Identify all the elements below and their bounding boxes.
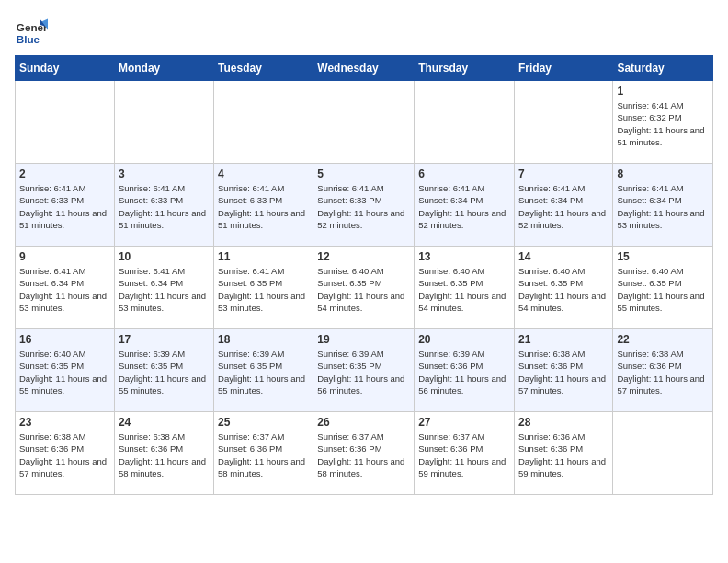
- column-header-saturday: Saturday: [613, 56, 713, 81]
- day-info: Sunrise: 6:40 AM Sunset: 6:35 PM Dayligh…: [418, 265, 510, 314]
- calendar-cell: 3Sunrise: 6:41 AM Sunset: 6:33 PM Daylig…: [114, 164, 213, 247]
- day-number: 26: [317, 416, 410, 429]
- calendar-cell: 7Sunrise: 6:41 AM Sunset: 6:34 PM Daylig…: [514, 164, 612, 247]
- day-info: Sunrise: 6:38 AM Sunset: 6:36 PM Dayligh…: [19, 431, 110, 479]
- day-info: Sunrise: 6:41 AM Sunset: 6:35 PM Dayligh…: [218, 265, 309, 314]
- calendar-cell: [613, 412, 713, 495]
- day-info: Sunrise: 6:41 AM Sunset: 6:33 PM Dayligh…: [218, 182, 309, 231]
- calendar-cell: 20Sunrise: 6:39 AM Sunset: 6:36 PM Dayli…: [415, 329, 515, 412]
- day-number: 14: [518, 250, 609, 263]
- day-info: Sunrise: 6:41 AM Sunset: 6:34 PM Dayligh…: [518, 182, 609, 231]
- column-header-friday: Friday: [514, 56, 612, 81]
- calendar-cell: 9Sunrise: 6:41 AM Sunset: 6:34 PM Daylig…: [16, 247, 115, 329]
- calendar-cell: 12Sunrise: 6:40 AM Sunset: 6:35 PM Dayli…: [313, 247, 415, 329]
- calendar-cell: [114, 81, 213, 164]
- calendar-table: SundayMondayTuesdayWednesdayThursdayFrid…: [15, 55, 713, 495]
- day-info: Sunrise: 6:40 AM Sunset: 6:35 PM Dayligh…: [518, 265, 609, 314]
- day-number: 9: [19, 250, 110, 263]
- calendar-cell: 25Sunrise: 6:37 AM Sunset: 6:36 PM Dayli…: [214, 412, 313, 495]
- day-info: Sunrise: 6:36 AM Sunset: 6:36 PM Dayligh…: [518, 431, 609, 479]
- calendar-cell: 8Sunrise: 6:41 AM Sunset: 6:34 PM Daylig…: [613, 164, 713, 247]
- calendar-cell: 13Sunrise: 6:40 AM Sunset: 6:35 PM Dayli…: [415, 247, 515, 329]
- day-info: Sunrise: 6:38 AM Sunset: 6:36 PM Dayligh…: [518, 348, 609, 396]
- day-number: 15: [617, 250, 709, 263]
- calendar-cell: 6Sunrise: 6:41 AM Sunset: 6:34 PM Daylig…: [415, 164, 515, 247]
- day-number: 4: [218, 167, 309, 180]
- day-info: Sunrise: 6:38 AM Sunset: 6:36 PM Dayligh…: [119, 431, 210, 479]
- day-number: 18: [218, 333, 309, 346]
- day-info: Sunrise: 6:41 AM Sunset: 6:34 PM Dayligh…: [418, 182, 510, 231]
- day-number: 7: [518, 167, 609, 180]
- calendar-week-3: 9Sunrise: 6:41 AM Sunset: 6:34 PM Daylig…: [16, 247, 713, 329]
- column-header-wednesday: Wednesday: [313, 56, 415, 81]
- logo: General Blue: [15, 15, 51, 48]
- day-number: 21: [518, 333, 609, 346]
- calendar-cell: 18Sunrise: 6:39 AM Sunset: 6:35 PM Dayli…: [214, 329, 313, 412]
- calendar-cell: 24Sunrise: 6:38 AM Sunset: 6:36 PM Dayli…: [114, 412, 213, 495]
- day-info: Sunrise: 6:40 AM Sunset: 6:35 PM Dayligh…: [617, 265, 709, 314]
- day-number: 19: [317, 333, 410, 346]
- day-info: Sunrise: 6:39 AM Sunset: 6:36 PM Dayligh…: [418, 348, 510, 396]
- day-number: 5: [317, 167, 410, 180]
- svg-text:Blue: Blue: [17, 33, 40, 45]
- calendar-week-5: 23Sunrise: 6:38 AM Sunset: 6:36 PM Dayli…: [16, 412, 713, 495]
- calendar-cell: [514, 81, 612, 164]
- day-info: Sunrise: 6:38 AM Sunset: 6:36 PM Dayligh…: [617, 348, 709, 396]
- calendar-cell: 4Sunrise: 6:41 AM Sunset: 6:33 PM Daylig…: [214, 164, 313, 247]
- calendar-cell: 15Sunrise: 6:40 AM Sunset: 6:35 PM Dayli…: [613, 247, 713, 329]
- calendar-cell: 23Sunrise: 6:38 AM Sunset: 6:36 PM Dayli…: [16, 412, 115, 495]
- day-info: Sunrise: 6:40 AM Sunset: 6:35 PM Dayligh…: [19, 348, 110, 396]
- calendar-cell: 14Sunrise: 6:40 AM Sunset: 6:35 PM Dayli…: [514, 247, 612, 329]
- day-info: Sunrise: 6:39 AM Sunset: 6:35 PM Dayligh…: [119, 348, 210, 396]
- column-header-thursday: Thursday: [415, 56, 515, 81]
- calendar-header-row: SundayMondayTuesdayWednesdayThursdayFrid…: [16, 56, 713, 81]
- day-number: 17: [119, 333, 210, 346]
- calendar-cell: 16Sunrise: 6:40 AM Sunset: 6:35 PM Dayli…: [16, 329, 115, 412]
- day-info: Sunrise: 6:37 AM Sunset: 6:36 PM Dayligh…: [418, 431, 510, 479]
- logo-icon: General Blue: [15, 15, 48, 48]
- calendar-cell: 10Sunrise: 6:41 AM Sunset: 6:34 PM Dayli…: [114, 247, 213, 329]
- calendar-cell: 28Sunrise: 6:36 AM Sunset: 6:36 PM Dayli…: [514, 412, 612, 495]
- column-header-tuesday: Tuesday: [214, 56, 313, 81]
- day-number: 10: [119, 250, 210, 263]
- day-number: 28: [518, 416, 609, 429]
- calendar-cell: [16, 81, 115, 164]
- calendar-cell: 17Sunrise: 6:39 AM Sunset: 6:35 PM Dayli…: [114, 329, 213, 412]
- calendar-cell: 19Sunrise: 6:39 AM Sunset: 6:35 PM Dayli…: [313, 329, 415, 412]
- day-number: 23: [19, 416, 110, 429]
- calendar-week-1: 1Sunrise: 6:41 AM Sunset: 6:32 PM Daylig…: [16, 81, 713, 164]
- calendar-week-2: 2Sunrise: 6:41 AM Sunset: 6:33 PM Daylig…: [16, 164, 713, 247]
- day-info: Sunrise: 6:41 AM Sunset: 6:33 PM Dayligh…: [317, 182, 410, 231]
- day-number: 16: [19, 333, 110, 346]
- day-number: 13: [418, 250, 510, 263]
- calendar-cell: 1Sunrise: 6:41 AM Sunset: 6:32 PM Daylig…: [613, 81, 713, 164]
- calendar-week-4: 16Sunrise: 6:40 AM Sunset: 6:35 PM Dayli…: [16, 329, 713, 412]
- calendar-cell: [214, 81, 313, 164]
- day-info: Sunrise: 6:41 AM Sunset: 6:32 PM Dayligh…: [617, 99, 709, 148]
- day-info: Sunrise: 6:40 AM Sunset: 6:35 PM Dayligh…: [317, 265, 410, 314]
- day-number: 20: [418, 333, 510, 346]
- calendar-cell: 2Sunrise: 6:41 AM Sunset: 6:33 PM Daylig…: [16, 164, 115, 247]
- calendar-cell: [313, 81, 415, 164]
- calendar-cell: 11Sunrise: 6:41 AM Sunset: 6:35 PM Dayli…: [214, 247, 313, 329]
- calendar-cell: 21Sunrise: 6:38 AM Sunset: 6:36 PM Dayli…: [514, 329, 612, 412]
- calendar-cell: 26Sunrise: 6:37 AM Sunset: 6:36 PM Dayli…: [313, 412, 415, 495]
- calendar-cell: 27Sunrise: 6:37 AM Sunset: 6:36 PM Dayli…: [415, 412, 515, 495]
- calendar-cell: 5Sunrise: 6:41 AM Sunset: 6:33 PM Daylig…: [313, 164, 415, 247]
- day-number: 3: [119, 167, 210, 180]
- day-info: Sunrise: 6:39 AM Sunset: 6:35 PM Dayligh…: [218, 348, 309, 396]
- day-info: Sunrise: 6:41 AM Sunset: 6:33 PM Dayligh…: [119, 182, 210, 231]
- day-number: 1: [617, 85, 709, 98]
- page-header: General Blue: [15, 15, 713, 48]
- calendar-cell: 22Sunrise: 6:38 AM Sunset: 6:36 PM Dayli…: [613, 329, 713, 412]
- day-info: Sunrise: 6:37 AM Sunset: 6:36 PM Dayligh…: [317, 431, 410, 479]
- day-number: 25: [218, 416, 309, 429]
- day-info: Sunrise: 6:41 AM Sunset: 6:33 PM Dayligh…: [19, 182, 110, 231]
- day-number: 2: [19, 167, 110, 180]
- day-info: Sunrise: 6:39 AM Sunset: 6:35 PM Dayligh…: [317, 348, 410, 396]
- calendar-cell: [415, 81, 515, 164]
- day-number: 22: [617, 333, 709, 346]
- day-info: Sunrise: 6:41 AM Sunset: 6:34 PM Dayligh…: [617, 182, 709, 231]
- day-info: Sunrise: 6:41 AM Sunset: 6:34 PM Dayligh…: [119, 265, 210, 314]
- day-number: 11: [218, 250, 309, 263]
